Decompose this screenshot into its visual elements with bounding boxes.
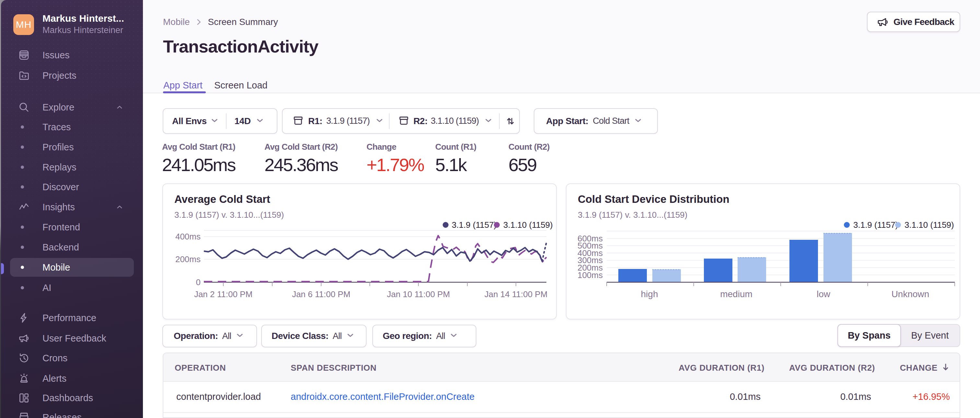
svg-text:400ms: 400ms <box>175 232 200 242</box>
svg-text:low: low <box>817 289 830 299</box>
svg-text:Unknown: Unknown <box>891 289 929 299</box>
svg-text:3.1.10 (1159): 3.1.10 (1159) <box>503 220 553 230</box>
svg-text:3.1.9 (1157): 3.1.9 (1157) <box>853 220 898 230</box>
svg-text:0: 0 <box>196 277 200 287</box>
svg-text:Jan 2 11:00 PM: Jan 2 11:00 PM <box>194 289 253 299</box>
svg-text:100ms: 100ms <box>578 270 603 280</box>
svg-text:3.1.10 (1159): 3.1.10 (1159) <box>905 220 954 230</box>
svg-text:high: high <box>641 289 658 299</box>
svg-text:medium: medium <box>720 289 752 299</box>
svg-text:Jan 6 11:00 PM: Jan 6 11:00 PM <box>292 289 350 299</box>
svg-text:Jan 14 11:00 PM: Jan 14 11:00 PM <box>485 289 548 299</box>
svg-text:Jan 10 11:00 PM: Jan 10 11:00 PM <box>387 289 450 299</box>
svg-text:200ms: 200ms <box>175 254 200 264</box>
svg-text:3.1.9 (1157): 3.1.9 (1157) <box>452 220 496 230</box>
